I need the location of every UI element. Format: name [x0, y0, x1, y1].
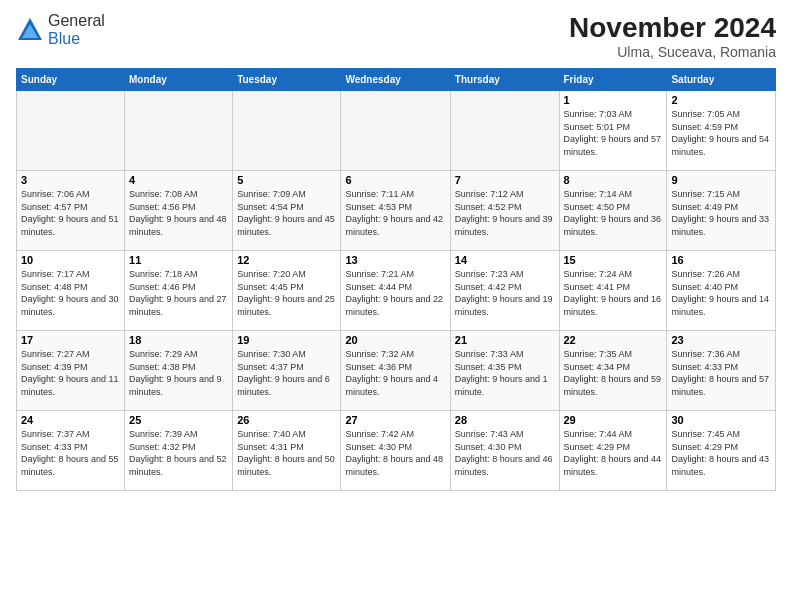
day-info: Sunrise: 7:08 AM Sunset: 4:56 PM Dayligh… — [129, 188, 228, 238]
calendar-header-row: Sunday Monday Tuesday Wednesday Thursday… — [17, 69, 776, 91]
day-number: 21 — [455, 334, 555, 346]
day-number: 19 — [237, 334, 336, 346]
logo: General Blue — [16, 12, 105, 48]
day-info: Sunrise: 7:43 AM Sunset: 4:30 PM Dayligh… — [455, 428, 555, 478]
day-info: Sunrise: 7:05 AM Sunset: 4:59 PM Dayligh… — [671, 108, 771, 158]
calendar-cell — [450, 91, 559, 171]
day-number: 12 — [237, 254, 336, 266]
day-info: Sunrise: 7:20 AM Sunset: 4:45 PM Dayligh… — [237, 268, 336, 318]
day-number: 6 — [345, 174, 445, 186]
day-number: 1 — [564, 94, 663, 106]
calendar-week-row: 24Sunrise: 7:37 AM Sunset: 4:33 PM Dayli… — [17, 411, 776, 491]
day-number: 25 — [129, 414, 228, 426]
day-number: 27 — [345, 414, 445, 426]
day-info: Sunrise: 7:45 AM Sunset: 4:29 PM Dayligh… — [671, 428, 771, 478]
calendar-cell — [341, 91, 450, 171]
day-info: Sunrise: 7:03 AM Sunset: 5:01 PM Dayligh… — [564, 108, 663, 158]
calendar-cell: 26Sunrise: 7:40 AM Sunset: 4:31 PM Dayli… — [233, 411, 341, 491]
day-number: 30 — [671, 414, 771, 426]
col-thursday: Thursday — [450, 69, 559, 91]
day-number: 4 — [129, 174, 228, 186]
day-number: 8 — [564, 174, 663, 186]
day-info: Sunrise: 7:30 AM Sunset: 4:37 PM Dayligh… — [237, 348, 336, 398]
day-info: Sunrise: 7:42 AM Sunset: 4:30 PM Dayligh… — [345, 428, 445, 478]
day-number: 11 — [129, 254, 228, 266]
calendar-cell: 23Sunrise: 7:36 AM Sunset: 4:33 PM Dayli… — [667, 331, 776, 411]
day-info: Sunrise: 7:21 AM Sunset: 4:44 PM Dayligh… — [345, 268, 445, 318]
logo-blue: Blue — [48, 30, 80, 47]
day-info: Sunrise: 7:11 AM Sunset: 4:53 PM Dayligh… — [345, 188, 445, 238]
calendar-week-row: 17Sunrise: 7:27 AM Sunset: 4:39 PM Dayli… — [17, 331, 776, 411]
day-info: Sunrise: 7:15 AM Sunset: 4:49 PM Dayligh… — [671, 188, 771, 238]
calendar-cell: 9Sunrise: 7:15 AM Sunset: 4:49 PM Daylig… — [667, 171, 776, 251]
day-number: 28 — [455, 414, 555, 426]
calendar-cell: 21Sunrise: 7:33 AM Sunset: 4:35 PM Dayli… — [450, 331, 559, 411]
calendar-cell: 8Sunrise: 7:14 AM Sunset: 4:50 PM Daylig… — [559, 171, 667, 251]
calendar: Sunday Monday Tuesday Wednesday Thursday… — [16, 68, 776, 491]
calendar-cell: 13Sunrise: 7:21 AM Sunset: 4:44 PM Dayli… — [341, 251, 450, 331]
day-info: Sunrise: 7:44 AM Sunset: 4:29 PM Dayligh… — [564, 428, 663, 478]
day-info: Sunrise: 7:23 AM Sunset: 4:42 PM Dayligh… — [455, 268, 555, 318]
day-number: 22 — [564, 334, 663, 346]
day-info: Sunrise: 7:27 AM Sunset: 4:39 PM Dayligh… — [21, 348, 120, 398]
col-monday: Monday — [125, 69, 233, 91]
calendar-cell: 5Sunrise: 7:09 AM Sunset: 4:54 PM Daylig… — [233, 171, 341, 251]
col-saturday: Saturday — [667, 69, 776, 91]
day-info: Sunrise: 7:09 AM Sunset: 4:54 PM Dayligh… — [237, 188, 336, 238]
day-number: 2 — [671, 94, 771, 106]
day-info: Sunrise: 7:24 AM Sunset: 4:41 PM Dayligh… — [564, 268, 663, 318]
calendar-cell: 19Sunrise: 7:30 AM Sunset: 4:37 PM Dayli… — [233, 331, 341, 411]
day-info: Sunrise: 7:14 AM Sunset: 4:50 PM Dayligh… — [564, 188, 663, 238]
day-info: Sunrise: 7:29 AM Sunset: 4:38 PM Dayligh… — [129, 348, 228, 398]
calendar-cell: 14Sunrise: 7:23 AM Sunset: 4:42 PM Dayli… — [450, 251, 559, 331]
day-info: Sunrise: 7:33 AM Sunset: 4:35 PM Dayligh… — [455, 348, 555, 398]
day-info: Sunrise: 7:40 AM Sunset: 4:31 PM Dayligh… — [237, 428, 336, 478]
day-number: 14 — [455, 254, 555, 266]
day-info: Sunrise: 7:39 AM Sunset: 4:32 PM Dayligh… — [129, 428, 228, 478]
calendar-cell: 20Sunrise: 7:32 AM Sunset: 4:36 PM Dayli… — [341, 331, 450, 411]
calendar-cell: 18Sunrise: 7:29 AM Sunset: 4:38 PM Dayli… — [125, 331, 233, 411]
calendar-cell — [125, 91, 233, 171]
calendar-cell: 1Sunrise: 7:03 AM Sunset: 5:01 PM Daylig… — [559, 91, 667, 171]
calendar-week-row: 1Sunrise: 7:03 AM Sunset: 5:01 PM Daylig… — [17, 91, 776, 171]
day-info: Sunrise: 7:35 AM Sunset: 4:34 PM Dayligh… — [564, 348, 663, 398]
day-number: 24 — [21, 414, 120, 426]
day-number: 10 — [21, 254, 120, 266]
calendar-cell: 25Sunrise: 7:39 AM Sunset: 4:32 PM Dayli… — [125, 411, 233, 491]
calendar-cell: 29Sunrise: 7:44 AM Sunset: 4:29 PM Dayli… — [559, 411, 667, 491]
day-info: Sunrise: 7:26 AM Sunset: 4:40 PM Dayligh… — [671, 268, 771, 318]
day-number: 16 — [671, 254, 771, 266]
calendar-cell: 6Sunrise: 7:11 AM Sunset: 4:53 PM Daylig… — [341, 171, 450, 251]
calendar-cell: 27Sunrise: 7:42 AM Sunset: 4:30 PM Dayli… — [341, 411, 450, 491]
day-number: 18 — [129, 334, 228, 346]
page: General Blue November 2024 Ulma, Suceava… — [0, 0, 792, 612]
calendar-cell: 7Sunrise: 7:12 AM Sunset: 4:52 PM Daylig… — [450, 171, 559, 251]
day-number: 29 — [564, 414, 663, 426]
day-number: 23 — [671, 334, 771, 346]
day-number: 15 — [564, 254, 663, 266]
day-info: Sunrise: 7:18 AM Sunset: 4:46 PM Dayligh… — [129, 268, 228, 318]
day-number: 9 — [671, 174, 771, 186]
day-number: 13 — [345, 254, 445, 266]
col-tuesday: Tuesday — [233, 69, 341, 91]
calendar-cell: 4Sunrise: 7:08 AM Sunset: 4:56 PM Daylig… — [125, 171, 233, 251]
day-number: 20 — [345, 334, 445, 346]
calendar-cell — [17, 91, 125, 171]
day-number: 26 — [237, 414, 336, 426]
month-year: November 2024 — [569, 12, 776, 44]
day-info: Sunrise: 7:06 AM Sunset: 4:57 PM Dayligh… — [21, 188, 120, 238]
calendar-cell: 11Sunrise: 7:18 AM Sunset: 4:46 PM Dayli… — [125, 251, 233, 331]
day-info: Sunrise: 7:17 AM Sunset: 4:48 PM Dayligh… — [21, 268, 120, 318]
calendar-cell: 2Sunrise: 7:05 AM Sunset: 4:59 PM Daylig… — [667, 91, 776, 171]
day-number: 17 — [21, 334, 120, 346]
calendar-cell: 16Sunrise: 7:26 AM Sunset: 4:40 PM Dayli… — [667, 251, 776, 331]
title-area: November 2024 Ulma, Suceava, Romania — [569, 12, 776, 60]
col-sunday: Sunday — [17, 69, 125, 91]
calendar-cell: 10Sunrise: 7:17 AM Sunset: 4:48 PM Dayli… — [17, 251, 125, 331]
col-friday: Friday — [559, 69, 667, 91]
location: Ulma, Suceava, Romania — [569, 44, 776, 60]
logo-icon — [16, 16, 44, 44]
calendar-cell: 22Sunrise: 7:35 AM Sunset: 4:34 PM Dayli… — [559, 331, 667, 411]
calendar-week-row: 10Sunrise: 7:17 AM Sunset: 4:48 PM Dayli… — [17, 251, 776, 331]
calendar-cell: 24Sunrise: 7:37 AM Sunset: 4:33 PM Dayli… — [17, 411, 125, 491]
